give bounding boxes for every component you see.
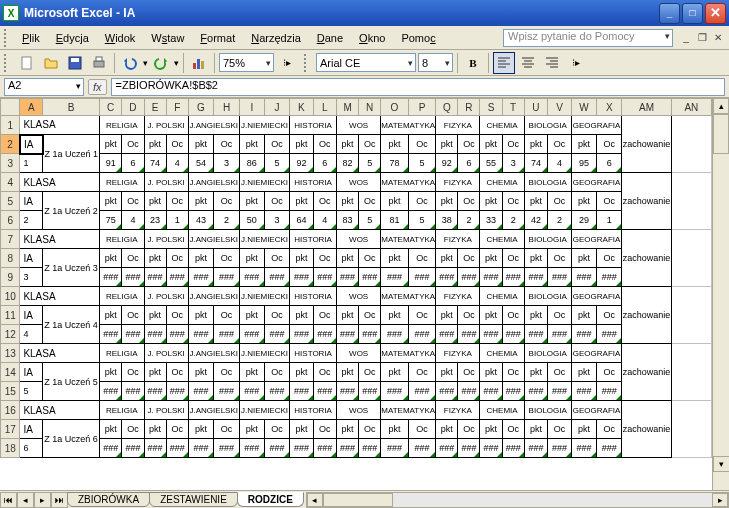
oc-header[interactable]: Oc bbox=[548, 363, 572, 382]
pkt-header[interactable]: pkt bbox=[239, 420, 264, 439]
pkt-header[interactable]: pkt bbox=[480, 363, 502, 382]
hash-cell[interactable]: ### bbox=[381, 439, 408, 458]
subject-header[interactable]: CHEMIA bbox=[480, 173, 524, 192]
hash-cell[interactable]: ### bbox=[436, 325, 458, 344]
pkt-header[interactable]: pkt bbox=[290, 135, 313, 154]
oc-header[interactable]: Oc bbox=[408, 192, 435, 211]
oc-header[interactable]: Oc bbox=[264, 363, 289, 382]
oc-header[interactable]: Oc bbox=[166, 363, 188, 382]
hash-cell[interactable]: ### bbox=[571, 268, 596, 287]
empty-cell[interactable] bbox=[671, 230, 711, 287]
col-header-R[interactable]: R bbox=[458, 99, 480, 116]
oc-header[interactable]: Oc bbox=[122, 192, 144, 211]
menu-tools[interactable]: Narzędzia bbox=[243, 30, 309, 46]
mdi-restore[interactable]: ❐ bbox=[695, 31, 709, 45]
data-cell[interactable]: 74 bbox=[524, 154, 548, 173]
oc-header[interactable]: Oc bbox=[597, 306, 622, 325]
pkt-header[interactable]: pkt bbox=[524, 192, 548, 211]
oc-header[interactable]: Oc bbox=[548, 306, 572, 325]
oc-header[interactable]: Oc bbox=[597, 135, 622, 154]
menu-format[interactable]: Format bbox=[192, 30, 243, 46]
oc-header[interactable]: Oc bbox=[408, 306, 435, 325]
subject-header[interactable]: WOS bbox=[337, 230, 381, 249]
subject-header[interactable]: J.NIEMIECKI bbox=[239, 230, 289, 249]
oc-header[interactable]: Oc bbox=[166, 135, 188, 154]
subject-header[interactable]: GEOGRAFIA bbox=[571, 401, 622, 420]
subject-header[interactable]: RELIGIA bbox=[100, 344, 144, 363]
data-cell[interactable]: 38 bbox=[436, 211, 458, 230]
pkt-header[interactable]: pkt bbox=[381, 135, 408, 154]
oc-header[interactable]: Oc bbox=[359, 420, 381, 439]
pkt-header[interactable]: pkt bbox=[290, 306, 313, 325]
subject-header[interactable]: WOS bbox=[337, 401, 381, 420]
hash-cell[interactable]: ### bbox=[188, 268, 214, 287]
data-cell[interactable]: 4 bbox=[166, 154, 188, 173]
hash-cell[interactable]: ### bbox=[214, 382, 240, 401]
data-cell[interactable]: 6 bbox=[597, 154, 622, 173]
data-cell[interactable]: 64 bbox=[290, 211, 313, 230]
student-name[interactable]: Z 1a Uczeń 5 bbox=[43, 363, 100, 401]
align-center-button[interactable] bbox=[517, 52, 539, 74]
hash-cell[interactable]: ### bbox=[458, 382, 480, 401]
data-cell[interactable]: 6 bbox=[313, 154, 336, 173]
data-cell[interactable]: 2 bbox=[458, 211, 480, 230]
oc-header[interactable]: Oc bbox=[597, 363, 622, 382]
row-header[interactable]: 4 bbox=[1, 173, 20, 192]
col-header-D[interactable]: D bbox=[122, 99, 144, 116]
data-cell[interactable]: 82 bbox=[337, 154, 359, 173]
row-header[interactable]: 12 bbox=[1, 325, 20, 344]
hash-cell[interactable]: ### bbox=[359, 439, 381, 458]
hash-cell[interactable]: ### bbox=[144, 439, 166, 458]
ia-cell[interactable]: IA bbox=[20, 135, 43, 154]
data-cell[interactable]: 78 bbox=[381, 154, 408, 173]
zoom-combo[interactable]: 75% bbox=[219, 53, 274, 72]
oc-header[interactable]: Oc bbox=[214, 420, 240, 439]
oc-header[interactable]: Oc bbox=[597, 249, 622, 268]
formula-input[interactable]: =ZBIORÓWKA!$B$2 bbox=[111, 78, 725, 96]
oc-header[interactable]: Oc bbox=[502, 363, 524, 382]
data-cell[interactable]: 5 bbox=[408, 154, 435, 173]
pkt-header[interactable]: pkt bbox=[337, 249, 359, 268]
ia-cell[interactable]: IA bbox=[20, 306, 43, 325]
klasa-label[interactable]: KLASA bbox=[20, 230, 100, 249]
empty-cell[interactable] bbox=[671, 401, 711, 458]
oc-header[interactable]: Oc bbox=[264, 135, 289, 154]
subject-header[interactable]: RELIGIA bbox=[100, 401, 144, 420]
subject-header[interactable]: MATEMATYKA bbox=[381, 344, 436, 363]
oc-header[interactable]: Oc bbox=[359, 363, 381, 382]
pkt-header[interactable]: pkt bbox=[381, 420, 408, 439]
toolbar-options1[interactable]: ⁝▸ bbox=[276, 52, 298, 74]
menu-help[interactable]: Pomoc bbox=[393, 30, 443, 46]
pkt-header[interactable]: pkt bbox=[436, 135, 458, 154]
subject-header[interactable]: J.ANGIELSKI bbox=[188, 116, 239, 135]
hash-cell[interactable]: ### bbox=[436, 439, 458, 458]
col-header-B[interactable]: B bbox=[43, 99, 100, 116]
subject-header[interactable]: CHEMIA bbox=[480, 230, 524, 249]
hash-cell[interactable]: ### bbox=[122, 268, 144, 287]
student-num[interactable]: 1 bbox=[20, 154, 43, 173]
data-cell[interactable]: 50 bbox=[239, 211, 264, 230]
pkt-header[interactable]: pkt bbox=[480, 192, 502, 211]
pkt-header[interactable]: pkt bbox=[381, 363, 408, 382]
hash-cell[interactable]: ### bbox=[381, 268, 408, 287]
col-header-X[interactable]: X bbox=[597, 99, 622, 116]
pkt-header[interactable]: pkt bbox=[100, 420, 122, 439]
pkt-header[interactable]: pkt bbox=[381, 249, 408, 268]
data-cell[interactable]: 4 bbox=[122, 211, 144, 230]
pkt-header[interactable]: pkt bbox=[188, 135, 214, 154]
data-cell[interactable]: 86 bbox=[239, 154, 264, 173]
pkt-header[interactable]: pkt bbox=[524, 249, 548, 268]
hash-cell[interactable]: ### bbox=[100, 325, 122, 344]
klasa-label[interactable]: KLASA bbox=[20, 401, 100, 420]
menu-edit[interactable]: Edycja bbox=[48, 30, 97, 46]
pkt-header[interactable]: pkt bbox=[239, 249, 264, 268]
subject-header[interactable]: MATEMATYKA bbox=[381, 230, 436, 249]
subject-header[interactable]: MATEMATYKA bbox=[381, 116, 436, 135]
empty-cell[interactable] bbox=[671, 173, 711, 230]
sheet-tab-zbiorowka[interactable]: ZBIORÓWKA bbox=[67, 492, 150, 507]
hash-cell[interactable]: ### bbox=[166, 382, 188, 401]
oc-header[interactable]: Oc bbox=[313, 306, 336, 325]
subject-header[interactable]: J.ANGIELSKI bbox=[188, 344, 239, 363]
data-cell[interactable]: 5 bbox=[264, 154, 289, 173]
hash-cell[interactable]: ### bbox=[264, 439, 289, 458]
